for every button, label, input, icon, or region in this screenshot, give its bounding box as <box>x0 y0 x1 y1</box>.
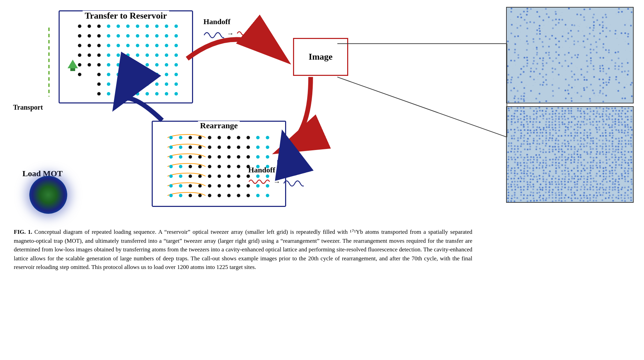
handoff-bottom-waves: → <box>248 177 304 187</box>
arrow-right-icon: → <box>227 30 234 38</box>
handoff-top: Handoff → <box>203 17 259 39</box>
callout-line-bottom <box>338 77 507 137</box>
main-container: Transport Load MOT Transfer to Reservoir… <box>0 0 644 360</box>
camera-images <box>506 7 634 203</box>
reservoir-box: Transfer to Reservoir <box>59 10 193 103</box>
image-box: Image <box>293 38 348 76</box>
image-label: Image <box>309 52 332 62</box>
rearrange-title: Rearrange <box>198 121 240 130</box>
arrow-right2-icon: → <box>273 178 280 186</box>
reservoir-grid <box>62 21 187 106</box>
diagram-area: Transport Load MOT Transfer to Reservoir… <box>10 7 634 217</box>
red-wave-icon <box>237 28 259 39</box>
handoff-bottom-label: Handoff <box>248 166 304 174</box>
camera-image-bottom <box>506 106 634 203</box>
caption-body: Conceptual diagram of repeated loading s… <box>14 229 472 270</box>
mot-circle <box>29 176 67 214</box>
blue-wave2-icon <box>283 177 304 187</box>
blue-wave-icon <box>203 28 224 39</box>
handoff-bottom: Handoff → <box>248 166 304 187</box>
camera-image-top <box>506 7 634 103</box>
caption-prefix: FIG. 1. <box>14 229 32 235</box>
reservoir-title: Transfer to Reservoir <box>83 11 169 21</box>
transport-label: Transport <box>13 103 43 111</box>
handoff-top-label: Handoff <box>203 17 259 26</box>
rearrange-box: Rearrange <box>152 121 286 207</box>
red-wave2-icon <box>248 177 271 187</box>
caption-text: FIG. 1. Conceptual diagram of repeated l… <box>14 228 472 272</box>
red-arrow-up <box>187 39 284 59</box>
handoff-top-waves: → <box>203 28 259 39</box>
transport-line <box>48 28 50 97</box>
caption-area: FIG. 1. Conceptual diagram of repeated l… <box>10 228 476 272</box>
